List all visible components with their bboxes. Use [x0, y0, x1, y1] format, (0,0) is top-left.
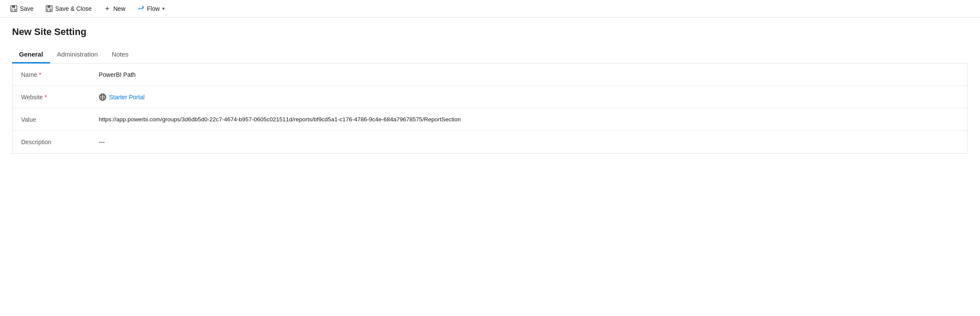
globe-icon [99, 93, 106, 101]
description-value[interactable]: --- [99, 139, 959, 145]
name-label: Name * [21, 71, 99, 78]
tab-notes[interactable]: Notes [105, 46, 135, 63]
new-icon: + [104, 5, 111, 12]
name-value[interactable]: PowerBI Path [99, 71, 959, 78]
svg-rect-7 [48, 9, 50, 11]
page-content: New Site Setting General Administration … [0, 18, 980, 162]
save-label: Save [20, 5, 34, 12]
flow-label: Flow [147, 5, 160, 12]
svg-rect-3 [13, 9, 14, 11]
value-field[interactable]: https://app.powerbi.com/groups/3d6db5d0-… [99, 116, 959, 123]
flow-button[interactable]: Flow ▾ [132, 3, 170, 15]
flow-icon [138, 5, 144, 12]
save-icon [10, 5, 17, 12]
page-title: New Site Setting [12, 26, 968, 38]
save-close-icon [46, 5, 53, 12]
website-link-text[interactable]: Starter Portal [109, 94, 144, 101]
svg-rect-5 [47, 6, 50, 8]
new-label: New [113, 5, 125, 12]
save-button[interactable]: Save [5, 3, 39, 15]
website-value[interactable]: Starter Portal [99, 93, 959, 101]
value-label: Value [21, 116, 99, 123]
form-container: Name * PowerBI Path Website * [12, 63, 968, 154]
save-close-label: Save & Close [55, 5, 92, 12]
tab-general[interactable]: General [12, 46, 50, 63]
form-row-website: Website * Starter Portal [13, 86, 967, 108]
description-label: Description [21, 139, 99, 145]
svg-rect-1 [12, 6, 15, 8]
toolbar: Save Save & Close + New Flow ▾ [0, 0, 980, 18]
name-required-star: * [39, 71, 41, 78]
website-label: Website * [21, 94, 99, 101]
form-row-description: Description --- [13, 131, 967, 153]
website-required-star: * [44, 94, 47, 101]
form-row-name: Name * PowerBI Path [13, 63, 967, 86]
form-row-value: Value https://app.powerbi.com/groups/3d6… [13, 108, 967, 131]
tabs-container: General Administration Notes [12, 46, 968, 63]
flow-chevron-icon: ▾ [162, 6, 165, 12]
tab-administration[interactable]: Administration [50, 46, 105, 63]
save-close-button[interactable]: Save & Close [41, 3, 97, 15]
new-button[interactable]: + New [99, 3, 131, 15]
